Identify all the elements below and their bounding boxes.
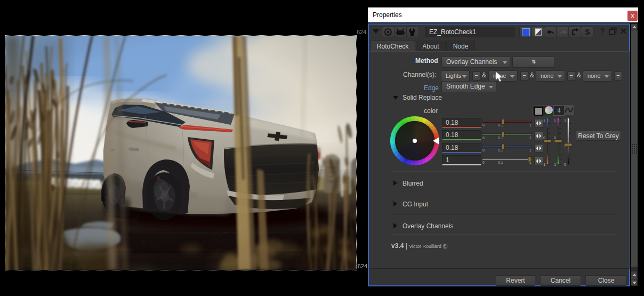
svg-text:1: 1 [529, 136, 532, 140]
svg-text:0: 0 [482, 148, 485, 152]
svg-text:1: 1 [529, 148, 532, 152]
svg-text:0: 0 [482, 123, 485, 127]
svg-text:0: 0 [482, 161, 485, 164]
svg-text:0.1: 0.1 [498, 161, 503, 164]
svg-text:1: 1 [564, 119, 566, 123]
svg-text:-1: -1 [542, 163, 545, 166]
svg-text:0: 0 [543, 136, 545, 140]
svg-text:-1: -1 [553, 163, 556, 166]
svg-text:0: 0 [564, 163, 566, 166]
svg-text:0: 0 [482, 136, 485, 140]
svg-text:0: 0 [554, 136, 556, 140]
svg-text:1: 1 [543, 119, 545, 123]
svg-text:1: 1 [529, 123, 532, 127]
svg-text:1: 1 [554, 119, 556, 123]
